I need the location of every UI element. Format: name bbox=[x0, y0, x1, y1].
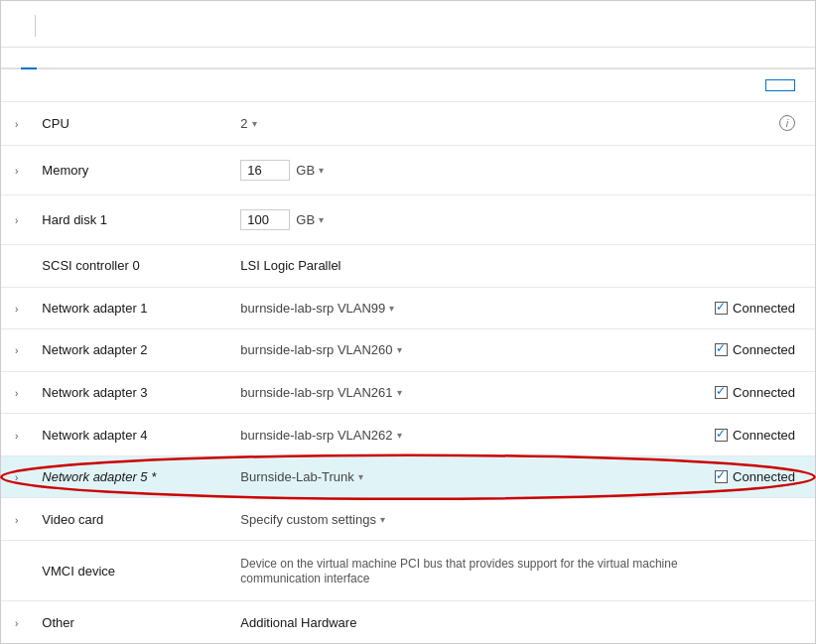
row-value-cpu[interactable]: 2 ▾ bbox=[220, 102, 695, 146]
select-net2[interactable]: burnside-lab-srp VLAN260 ▾ bbox=[240, 342, 401, 357]
chevron-right-icon: › bbox=[15, 431, 18, 442]
chevron-right-icon: › bbox=[15, 119, 18, 130]
value-input-memory[interactable]: 16 bbox=[240, 160, 290, 181]
row-status-scsi bbox=[695, 245, 815, 288]
row-value-other: Additional Hardware bbox=[220, 601, 695, 643]
unit-select-memory[interactable]: GB ▾ bbox=[296, 163, 324, 178]
connected-status-net2: Connected bbox=[715, 342, 795, 357]
select-net5[interactable]: Burnside-Lab-Trunk ▾ bbox=[240, 469, 362, 484]
row-label-vmci: VMCI device bbox=[22, 541, 220, 601]
tab-virtual-hardware[interactable] bbox=[21, 48, 37, 69]
row-value-net3[interactable]: burnside-lab-srp VLAN261 ▾ bbox=[220, 371, 695, 414]
row-status-net2[interactable]: Connected bbox=[695, 329, 815, 372]
expand-icon-net2[interactable]: › bbox=[1, 329, 22, 372]
select-net3[interactable]: burnside-lab-srp VLAN261 ▾ bbox=[240, 385, 401, 400]
row-label-scsi: SCSI controller 0 bbox=[22, 245, 220, 288]
row-label-cpu: CPU bbox=[22, 102, 220, 146]
expand-icon-other[interactable]: › bbox=[1, 601, 22, 643]
select-video[interactable]: Specify custom settings ▾ bbox=[240, 512, 385, 527]
connected-checkbox-net3[interactable] bbox=[715, 386, 728, 399]
row-label-memory: Memory bbox=[22, 145, 220, 194]
row-status-video bbox=[695, 498, 815, 541]
unit-select-hard-disk[interactable]: GB ▾ bbox=[296, 212, 324, 227]
table-row-net4[interactable]: ›Network adapter 4 burnside-lab-srp VLAN… bbox=[1, 414, 815, 456]
hardware-table: ›CPU 2 ▾ i›Memory 16 GB ▾ ›Hard disk 1 1… bbox=[1, 101, 815, 643]
row-status-hard-disk bbox=[695, 194, 815, 244]
dropdown-arrow-net4: ▾ bbox=[397, 430, 402, 441]
add-new-device-button[interactable] bbox=[765, 79, 795, 91]
vmci-description: Device on the virtual machine PCI bus th… bbox=[240, 557, 677, 585]
row-value-net5[interactable]: Burnside-Lab-Trunk ▾ bbox=[220, 455, 695, 498]
connected-checkbox-net1[interactable] bbox=[715, 302, 728, 315]
row-label-net3: Network adapter 3 bbox=[22, 371, 220, 414]
row-label-net1: Network adapter 1 bbox=[22, 287, 220, 329]
expand-icon-cpu[interactable]: › bbox=[1, 102, 22, 146]
row-value-net1[interactable]: burnside-lab-srp VLAN99 ▾ bbox=[220, 287, 695, 329]
table-row-net3[interactable]: ›Network adapter 3 burnside-lab-srp VLAN… bbox=[1, 371, 815, 414]
row-label-net2: Network adapter 2 bbox=[22, 329, 220, 372]
row-status-net1[interactable]: Connected bbox=[695, 287, 815, 329]
dialog-header bbox=[1, 1, 815, 48]
connected-status-net4: Connected bbox=[715, 428, 795, 443]
connected-checkbox-net4[interactable] bbox=[715, 429, 728, 442]
row-status-net4[interactable]: Connected bbox=[695, 414, 815, 456]
row-value-hard-disk[interactable]: 100 GB ▾ bbox=[220, 194, 695, 244]
connected-checkbox-net5[interactable] bbox=[715, 470, 728, 483]
row-value-net2[interactable]: burnside-lab-srp VLAN260 ▾ bbox=[220, 329, 695, 372]
row-status-net3[interactable]: Connected bbox=[695, 371, 815, 414]
table-row-net2[interactable]: ›Network adapter 2 burnside-lab-srp VLAN… bbox=[1, 329, 815, 372]
dropdown-arrow-net5: ▾ bbox=[358, 471, 363, 482]
table-row-other[interactable]: ›OtherAdditional Hardware bbox=[1, 601, 815, 643]
expand-icon-net4[interactable]: › bbox=[1, 414, 22, 456]
chevron-right-icon: › bbox=[15, 472, 18, 483]
dropdown-arrow-net1: ▾ bbox=[389, 303, 394, 314]
dropdown-arrow-video: ▾ bbox=[380, 514, 385, 525]
expand-icon-net3[interactable]: › bbox=[1, 371, 22, 414]
expand-icon-net1[interactable]: › bbox=[1, 287, 22, 329]
table-row-vmci[interactable]: VMCI deviceDevice on the virtual machine… bbox=[1, 541, 815, 601]
select-net4[interactable]: burnside-lab-srp VLAN262 ▾ bbox=[240, 428, 401, 443]
row-label-other: Other bbox=[22, 601, 220, 643]
row-status-net5[interactable]: Connected bbox=[695, 455, 815, 498]
select-net1[interactable]: burnside-lab-srp VLAN99 ▾ bbox=[240, 301, 394, 316]
tab-vm-options[interactable] bbox=[57, 48, 72, 69]
table-row-cpu[interactable]: ›CPU 2 ▾ i bbox=[1, 102, 815, 146]
info-icon-cpu[interactable]: i bbox=[779, 115, 795, 131]
value-input-hard-disk[interactable]: 100 bbox=[240, 209, 290, 230]
tabs-bar bbox=[1, 48, 815, 69]
table-row-net1[interactable]: ›Network adapter 1 burnside-lab-srp VLAN… bbox=[1, 287, 815, 329]
row-value-scsi: LSI Logic Parallel bbox=[220, 245, 695, 288]
table-row-hard-disk[interactable]: ›Hard disk 1 100 GB ▾ bbox=[1, 194, 815, 244]
dropdown-arrow-net2: ▾ bbox=[397, 344, 402, 355]
expand-icon-net5[interactable]: › bbox=[1, 455, 22, 498]
row-value-memory[interactable]: 16 GB ▾ bbox=[220, 145, 695, 194]
table-row-video[interactable]: ›Video card Specify custom settings ▾ bbox=[1, 498, 815, 541]
expand-icon-video[interactable]: › bbox=[1, 498, 22, 541]
close-button[interactable] bbox=[783, 24, 795, 28]
select-cpu[interactable]: 2 ▾ bbox=[240, 116, 256, 131]
dropdown-arrow-net3: ▾ bbox=[397, 387, 402, 398]
row-label-video: Video card bbox=[22, 498, 220, 541]
row-value-video[interactable]: Specify custom settings ▾ bbox=[220, 498, 695, 541]
table-row-net5[interactable]: ›Network adapter 5 * Burnside-Lab-Trunk … bbox=[1, 455, 815, 498]
table-row-scsi[interactable]: SCSI controller 0LSI Logic Parallel bbox=[1, 245, 815, 288]
expand-icon-vmci bbox=[1, 541, 22, 601]
table-row-memory[interactable]: ›Memory 16 GB ▾ bbox=[1, 145, 815, 194]
connected-status-net1: Connected bbox=[715, 301, 795, 316]
row-status-memory bbox=[695, 145, 815, 194]
row-label-net5: Network adapter 5 * bbox=[22, 455, 220, 498]
expand-icon-hard-disk[interactable]: › bbox=[1, 194, 22, 244]
row-status-cpu[interactable]: i bbox=[695, 102, 815, 146]
header-separator bbox=[35, 15, 36, 37]
expand-icon-memory[interactable]: › bbox=[1, 145, 22, 194]
chevron-right-icon: › bbox=[15, 304, 18, 315]
expand-icon-scsi bbox=[1, 245, 22, 288]
row-status-other bbox=[695, 601, 815, 643]
chevron-right-icon: › bbox=[15, 166, 18, 177]
row-value-net4[interactable]: burnside-lab-srp VLAN262 ▾ bbox=[220, 414, 695, 456]
connected-checkbox-net2[interactable] bbox=[715, 343, 728, 356]
row-label-net4: Network adapter 4 bbox=[22, 414, 220, 456]
chevron-right-icon: › bbox=[15, 515, 18, 526]
edit-settings-dialog: ›CPU 2 ▾ i›Memory 16 GB ▾ ›Hard disk 1 1… bbox=[0, 0, 816, 644]
row-value-vmci: Device on the virtual machine PCI bus th… bbox=[220, 541, 695, 601]
